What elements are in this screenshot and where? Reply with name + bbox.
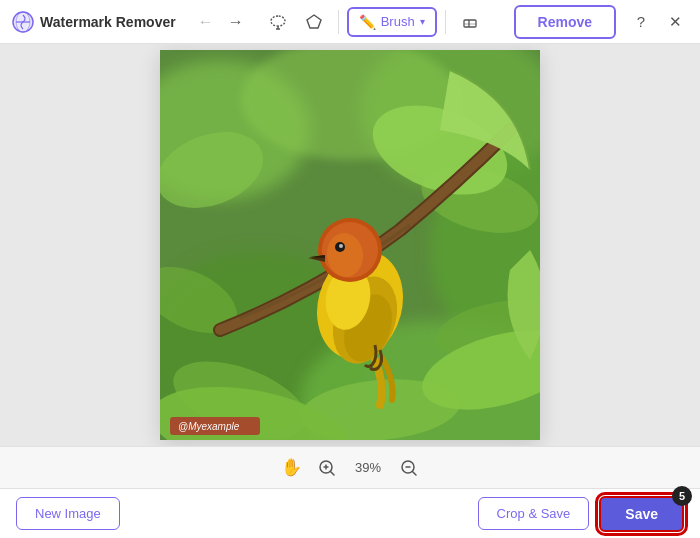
image-container: @Myexample xyxy=(160,50,540,440)
zoom-level: 39% xyxy=(350,460,386,475)
help-button[interactable]: ? xyxy=(628,9,654,35)
brush-tool-button[interactable]: ✏️ Brush ▾ xyxy=(347,7,437,37)
back-button[interactable]: ← xyxy=(192,8,220,36)
close-button[interactable]: ✕ xyxy=(662,9,688,35)
main-image: @Myexample xyxy=(160,50,540,440)
brush-label: Brush xyxy=(381,14,415,29)
forward-button[interactable]: → xyxy=(222,8,250,36)
zoom-out-button[interactable] xyxy=(396,455,422,481)
brush-dropdown-icon: ▾ xyxy=(420,16,425,27)
svg-text:@Myexample: @Myexample xyxy=(178,421,240,432)
footer: New Image Crop & Save Save 5 xyxy=(0,488,700,538)
toolbar: ✏️ Brush ▾ Remove xyxy=(262,5,616,39)
titlebar: Watermark Remover ← → ✏️ Brush ▾ xyxy=(0,0,700,44)
nav-controls: ← → xyxy=(192,8,250,36)
svg-point-30 xyxy=(339,244,343,248)
crop-save-button[interactable]: Crop & Save xyxy=(478,497,590,530)
toolbar-divider xyxy=(338,10,339,34)
svg-line-36 xyxy=(331,471,335,475)
toolbar-divider-2 xyxy=(445,10,446,34)
zoom-in-button[interactable] xyxy=(314,455,340,481)
app-logo xyxy=(12,11,34,33)
app-title: Watermark Remover xyxy=(40,14,176,30)
zoom-bar: ✋ 39% xyxy=(0,446,700,488)
eraser-tool-button[interactable] xyxy=(454,6,486,38)
save-badge: 5 xyxy=(672,486,692,506)
polygon-tool-button[interactable] xyxy=(298,6,330,38)
new-image-button[interactable]: New Image xyxy=(16,497,120,530)
hand-tool-button[interactable]: ✋ xyxy=(278,455,304,481)
remove-button[interactable]: Remove xyxy=(514,5,616,39)
canvas-area: @Myexample xyxy=(0,44,700,446)
svg-line-39 xyxy=(413,471,417,475)
brush-icon: ✏️ xyxy=(359,14,376,30)
window-controls: ? ✕ xyxy=(628,9,688,35)
lasso-tool-button[interactable] xyxy=(262,6,294,38)
right-footer: Crop & Save Save 5 xyxy=(478,496,684,532)
save-button[interactable]: Save xyxy=(599,496,684,532)
